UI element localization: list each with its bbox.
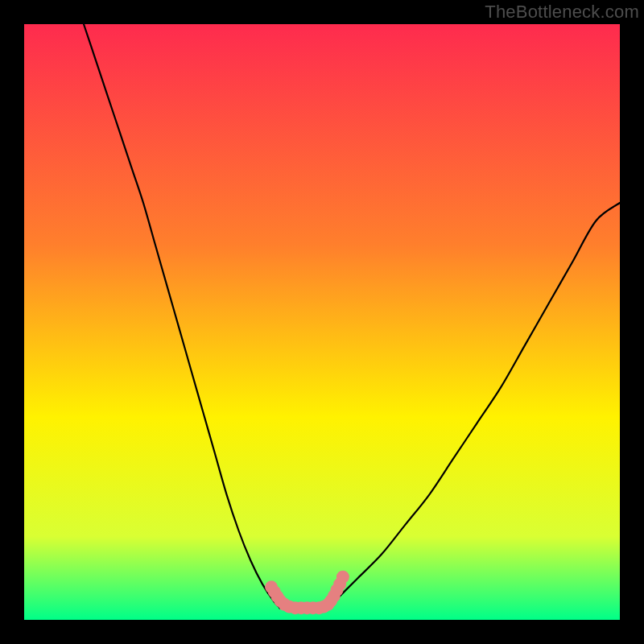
chart-frame: { "watermark": "TheBottleneck.com", "col… [0, 0, 644, 644]
watermark-text: TheBottleneck.com [485, 2, 639, 23]
plot-svg [0, 0, 644, 644]
highlight-dot [336, 571, 349, 584]
